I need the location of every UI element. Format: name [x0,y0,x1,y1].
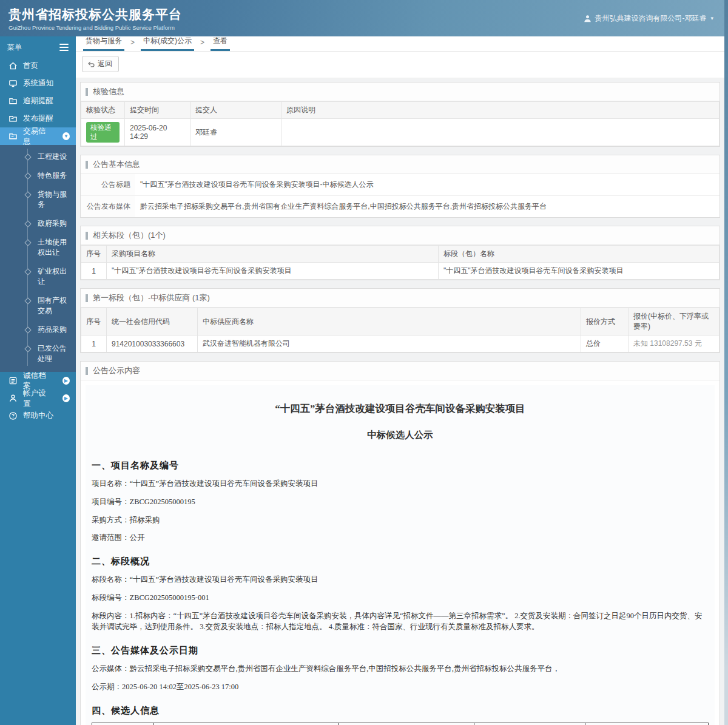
sidebar-item-home[interactable]: 首页 [0,57,76,75]
notice-document: “十四五”茅台酒技改建设项目谷壳车间设备采购安装项目 中标候选人公示 一、项目名… [86,385,715,725]
breadcrumb-separator: > [130,38,135,51]
credit-code-cell: 914201003033366603 [107,336,198,352]
sidebar-item-account-settings[interactable]: 帐户设置 ▶ [0,389,76,407]
toolbar: 返回 [76,52,724,78]
status-badge: 核验通过 [86,122,120,143]
doc-line: 标段名称：“十四五”茅台酒技改建设项目谷壳车间设备采购安装项目 [92,574,709,585]
sidebar-item-overdue-reminder[interactable]: 逾期提醒 [0,92,76,110]
user-name: 贵州弘典建设咨询有限公司-邓廷睿 [595,13,706,24]
hamburger-icon[interactable] [59,42,69,53]
app-window: 贵州省招标投标公共服务平台 GuiZhou Province Tendering… [0,0,724,717]
doc-heading-2: 二、标段概况 [92,556,709,567]
breadcrumb-award-notice[interactable]: 中标(成交)公示 [141,36,194,51]
person-icon [8,394,18,403]
sidebar-subitem-published-notices[interactable]: 已发公告处理 [0,339,76,368]
section-title-basic-info: 公告基本信息 [81,155,720,174]
column-header: 原因说明 [281,102,720,119]
supplier-name-cell: 武汉奋进智能机器有限公司 [198,336,581,352]
section-title-notice: 公告公示内容 [81,362,720,380]
sidebar-subitem-land-use[interactable]: 土地使用权出让 [0,233,76,262]
column-header: 提交时间 [125,102,190,119]
verify-person-cell: 邓廷睿 [190,119,281,146]
doc-line: 标段编号：ZBCG202505000195-001 [92,592,709,604]
menu-label: 菜单 [7,42,22,53]
doc-line: 标段内容：1.招标内容：“十四五”茅台酒技改建设项目谷壳车间设备采购安装，具体内… [92,610,709,633]
panel-winning-supplier: 第一标段（包）-中标供应商 (1家) 序号 统一社会信用代码 中标供应商名称 报… [80,288,720,353]
announcement-media-row: 公告发布媒体 黔云招采电子招标采购交易平台,贵州省国有企业生产资料综合服务平台,… [81,196,720,217]
seq-cell: 1 [81,336,107,352]
doc-heading-1: 一、项目名称及编号 [92,460,709,471]
doc-line: 公示媒体：黔云招采电子招标采购交易平台,贵州省国有企业生产资料综合服务平台,中国… [92,663,709,675]
doc-line: 邀请范围：公开 [92,532,709,544]
app-header: 贵州省招标投标公共服务平台 GuiZhou Province Tendering… [0,0,724,36]
page-title: 贵州省招标投标公共服务平台 [8,6,182,23]
verify-time-cell: 2025-06-20 14:29 [125,119,190,146]
doc-line: 项目编号：ZBCG202505000195 [92,496,709,508]
winning-supplier-table: 序号 统一社会信用代码 中标供应商名称 报价方式 报价(中标价、下浮率或费率) … [81,308,720,352]
announcement-title-value: "十四五"茅台酒技改建设项目谷壳车间设备采购安装项目-中标候选人公示 [135,174,720,195]
sidebar-item-credit-archive[interactable]: 诚信档案 ▶ [0,372,76,389]
sidebar-item-notifications[interactable]: 系统通知 [0,75,76,92]
column-header: 中标价格 [339,723,474,725]
sidebar-item-publish-reminder[interactable]: 发布提醒 [0,110,76,127]
section-title-related: 相关标段（包）(1个) [81,226,720,245]
section-title-supplier: 第一标段（包）-中标供应商 (1家) [81,289,720,308]
field-label: 公告标题 [81,174,135,195]
doc-title: “十四五”茅台酒技改建设项目谷壳车间设备采购安装项目 [92,402,709,416]
sidebar-menu-header: 菜单 [0,36,76,57]
monitor-icon [8,79,18,88]
chevron-right-icon[interactable]: ▶ [62,377,70,385]
user-icon [584,15,592,22]
chevron-right-icon[interactable]: ▶ [62,394,70,402]
column-header: 报价方式 [581,308,629,336]
sidebar-subitem-goods-services[interactable]: 货物与服务 [0,185,76,214]
related-sections-table: 序号 采购项目名称 标段（包）名称 1 "十四五"茅台酒技改建设项目谷壳车间设备… [81,245,720,280]
column-header: 核验状态 [81,102,125,119]
table-row: 1 "十四五"茅台酒技改建设项目谷壳车间设备采购安装项目 "十四五"茅台酒技改建… [81,263,720,280]
doc-line: 项目名称：“十四五”茅台酒技改建设项目谷壳车间设备采购安装项目 [92,478,709,490]
brand: 贵州省招标投标公共服务平台 GuiZhou Province Tendering… [8,6,182,31]
doc-subtitle: 中标候选人公示 [92,429,709,442]
doc-heading-4: 四、候选人信息 [92,705,709,717]
column-header: 序号 [81,246,107,263]
column-header: 标段（包）名称 [439,246,720,263]
project-name-cell: "十四五"茅台酒技改建设项目谷壳车间设备采购安装项目 [107,263,439,280]
question-icon [8,411,18,420]
column-header: 评审分数 [474,723,585,725]
field-label: 公告发布媒体 [81,196,135,217]
main-content: 货物与服务 > 中标(成交)公示 > 查看 返回 核验信息 [76,36,724,725]
sidebar-item-label: 发布提醒 [23,113,53,124]
back-arrow-icon [87,61,95,68]
sidebar-subitem-drug-procurement[interactable]: 药品采购 [0,320,76,339]
sidebar-item-help-center[interactable]: 帮助中心 [0,407,76,425]
sidebar-item-label: 交易信息 [23,126,52,147]
sidebar-subitem-special-services[interactable]: 特色服务 [0,166,76,185]
section-name-cell: "十四五"茅台酒技改建设项目谷壳车间设备采购安装项目 [439,263,720,280]
sidebar-submenu: 工程建设 特色服务 货物与服务 政府采购 土地使用权出让 矿业权出让 国有产权交… [0,145,76,372]
sidebar-subitem-engineering[interactable]: 工程建设 [0,147,76,166]
breadcrumb-view[interactable]: 查看 [211,36,230,51]
sidebar-item-label: 系统通知 [23,78,53,89]
folder-icon [8,114,18,123]
sidebar-item-trade-info[interactable]: 交易信息 ▼ [0,127,76,145]
verify-reason-cell [281,119,720,146]
column-header: 其他说明 [585,723,708,725]
sidebar-subitem-mining-rights[interactable]: 矿业权出让 [0,262,76,291]
breadcrumb-goods-services[interactable]: 货物与服务 [83,36,124,51]
panel-basic-info: 公告基本信息 公告标题 "十四五"茅台酒技改建设项目谷壳车间设备采购安装项目-中… [80,155,720,218]
panel-verification: 核验信息 核验状态 提交时间 提交人 原因说明 核 [80,82,720,147]
doc-line: 采购方式：招标采购 [92,514,709,526]
verification-table: 核验状态 提交时间 提交人 原因说明 核验通过 2025-06-20 14:29… [81,101,720,146]
sidebar-item-label: 帐户设置 [23,388,52,409]
folder-icon [8,96,18,106]
sidebar-item-label: 帮助中心 [23,411,53,421]
column-header: 中标候选人名称 [153,723,339,725]
sidebar-item-label: 首页 [23,61,38,71]
user-menu[interactable]: 贵州弘典建设咨询有限公司-邓廷睿 ▾ [584,13,713,24]
seq-cell: 1 [81,263,107,280]
sidebar-subitem-state-assets[interactable]: 国有产权交易 [0,291,76,320]
chevron-down-icon[interactable]: ▼ [62,132,70,140]
column-header: 报价(中标价、下浮率或费率) [629,308,720,336]
sidebar-subitem-gov-procurement[interactable]: 政府采购 [0,214,76,233]
back-button[interactable]: 返回 [82,56,119,72]
